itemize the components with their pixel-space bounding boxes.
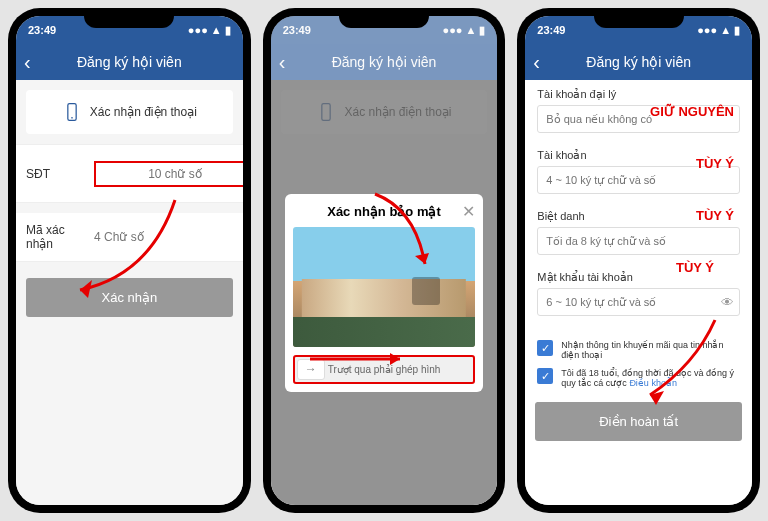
- notch: [339, 8, 429, 28]
- status-time: 23:49: [537, 24, 565, 36]
- back-button[interactable]: ‹: [24, 51, 31, 74]
- battery-icon: ▮: [479, 24, 485, 37]
- terms-link[interactable]: Điều khoản: [629, 378, 677, 388]
- signal-icon: ●●●: [188, 24, 208, 36]
- notch: [594, 8, 684, 28]
- phone-icon: [62, 102, 82, 122]
- nickname-input[interactable]: [537, 227, 740, 255]
- header-title: Đăng ký hội viên: [77, 54, 182, 70]
- battery-icon: ▮: [734, 24, 740, 37]
- promo-checkbox-row: ✓ Nhận thông tin khuyến mãi qua tin nhắn…: [525, 336, 752, 364]
- sdt-input[interactable]: [94, 161, 243, 187]
- account-field-group: Tài khoản TÙY Ý: [525, 141, 752, 202]
- account-input[interactable]: [537, 166, 740, 194]
- screen-3: 23:49 ●●● ▲ ▮ ‹ Đăng ký hội viên Tài kho…: [525, 16, 752, 505]
- modal-title: Xác nhận bảo mật: [293, 204, 476, 219]
- captcha-slider[interactable]: → Trượt qua phải ghép hình: [293, 355, 476, 384]
- screen-2: 23:49 ●●● ▲ ▮ ‹ Đăng ký hội viên Xác nhậ…: [271, 16, 498, 505]
- verify-section: Xác nhận điện thoại: [26, 90, 233, 134]
- header-title: Đăng ký hội viên: [332, 54, 437, 70]
- code-row: Mã xác nhận: [16, 213, 243, 262]
- password-input[interactable]: [537, 288, 740, 316]
- modal-overlay[interactable]: ✕ Xác nhận bảo mật → Trượt qua phải ghép…: [271, 80, 498, 505]
- status-time: 23:49: [283, 24, 311, 36]
- back-button[interactable]: ‹: [279, 51, 286, 74]
- header: ‹ Đăng ký hội viên: [271, 44, 498, 80]
- agent-label: Tài khoản đại lý: [537, 88, 740, 101]
- age-checkbox[interactable]: ✓: [537, 368, 553, 384]
- screen-1: 23:49 ●●● ▲ ▮ ‹ Đăng ký hội viên Xác nhậ…: [16, 16, 243, 505]
- captcha-puzzle-target: [412, 277, 440, 305]
- password-label: Mật khẩu tài khoản: [537, 271, 740, 284]
- age-checkbox-row: ✓ Tôi đã 18 tuổi, đồng thời đã đọc và đồ…: [525, 364, 752, 392]
- close-icon[interactable]: ✕: [462, 202, 475, 221]
- password-field-group: Mật khẩu tài khoản 👁 TÙY Ý: [525, 263, 752, 324]
- wifi-icon: ▲: [720, 24, 731, 36]
- agent-input[interactable]: [537, 105, 740, 133]
- promo-text: Nhận thông tin khuyến mãi qua tin nhắn đ…: [561, 340, 740, 360]
- slider-text: Trượt qua phải ghép hình: [328, 364, 441, 375]
- captcha-image: [293, 227, 476, 347]
- sdt-row: SĐT Gửi mã: [16, 144, 243, 203]
- content-2: Xác nhận điện thoại ✕ Xác nhận bảo mật →…: [271, 80, 498, 505]
- signal-icon: ●●●: [697, 24, 717, 36]
- status-icons: ●●● ▲ ▮: [697, 24, 740, 37]
- eye-icon[interactable]: 👁: [721, 295, 734, 310]
- agent-field-group: Tài khoản đại lý GIỮ NGUYÊN: [525, 80, 752, 141]
- nickname-label: Biệt danh: [537, 210, 740, 223]
- promo-checkbox[interactable]: ✓: [537, 340, 553, 356]
- svg-point-1: [71, 117, 73, 119]
- submit-button[interactable]: Điền hoàn tất: [535, 402, 742, 441]
- age-text: Tôi đã 18 tuổi, đồng thời đã đọc và đồng…: [561, 368, 740, 388]
- header: ‹ Đăng ký hội viên: [16, 44, 243, 80]
- content-1: Xác nhận điện thoại SĐT Gửi mã Mã xác nh…: [16, 80, 243, 505]
- status-icons: ●●● ▲ ▮: [188, 24, 231, 37]
- battery-icon: ▮: [225, 24, 231, 37]
- slider-handle[interactable]: →: [297, 359, 325, 380]
- signal-icon: ●●●: [443, 24, 463, 36]
- header-title: Đăng ký hội viên: [586, 54, 691, 70]
- notch: [84, 8, 174, 28]
- code-label: Mã xác nhận: [26, 223, 86, 251]
- content-3: Tài khoản đại lý GIỮ NGUYÊN Tài khoản TÙ…: [525, 80, 752, 505]
- back-button[interactable]: ‹: [533, 51, 540, 74]
- status-time: 23:49: [28, 24, 56, 36]
- phone-mockup-1: 23:49 ●●● ▲ ▮ ‹ Đăng ký hội viên Xác nhậ…: [8, 8, 251, 513]
- wifi-icon: ▲: [465, 24, 476, 36]
- verify-label: Xác nhận điện thoại: [90, 105, 197, 119]
- phone-mockup-2: 23:49 ●●● ▲ ▮ ‹ Đăng ký hội viên Xác nhậ…: [263, 8, 506, 513]
- wifi-icon: ▲: [211, 24, 222, 36]
- captcha-modal: ✕ Xác nhận bảo mật → Trượt qua phải ghép…: [285, 194, 484, 392]
- confirm-button[interactable]: Xác nhận: [26, 278, 233, 317]
- phone-mockup-3: 23:49 ●●● ▲ ▮ ‹ Đăng ký hội viên Tài kho…: [517, 8, 760, 513]
- code-input[interactable]: [94, 230, 243, 244]
- nickname-field-group: Biệt danh TÙY Ý: [525, 202, 752, 263]
- status-icons: ●●● ▲ ▮: [443, 24, 486, 37]
- account-label: Tài khoản: [537, 149, 740, 162]
- sdt-label: SĐT: [26, 167, 86, 181]
- header: ‹ Đăng ký hội viên: [525, 44, 752, 80]
